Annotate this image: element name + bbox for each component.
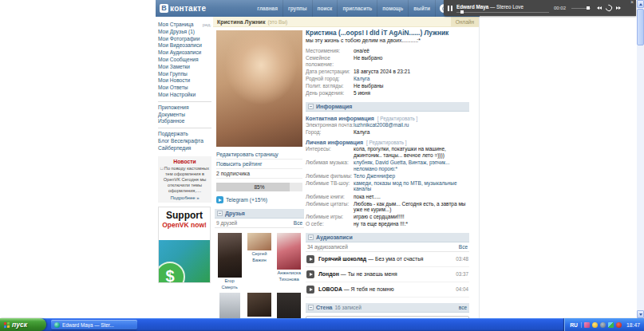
personal-info-edit-link[interactable]: [ Редактировать ] [366, 140, 407, 145]
sidebar-item-my-notes[interactable]: Мои Заметки [158, 64, 211, 71]
music-links[interactable]: клубняк, David Guetta, Винтаж, рэпчик...… [354, 160, 469, 171]
sidebar-item-my-answers[interactable]: Мои Ответы [158, 85, 211, 92]
player-volume-slider[interactable] [571, 8, 591, 9]
friends-count: 9 друзей [216, 220, 237, 226]
sidebar-item-blog[interactable]: Блог Веселкрафта [158, 138, 211, 145]
play-icon[interactable] [306, 255, 314, 263]
audios-all-link[interactable]: Все [459, 244, 468, 250]
track-duration: 03:37 [456, 271, 468, 277]
taskbar: пуск Edward Maya — Ster... RU 18:47 [0, 318, 644, 331]
menu-item-invite[interactable]: пригласить [338, 0, 377, 17]
sidebar-edit-link[interactable]: ред. [203, 22, 211, 27]
tv-shows-links[interactable]: камеди, показы мод по МТВ, музыкальные к… [354, 180, 469, 192]
friends-all-link[interactable]: Все [294, 220, 302, 226]
collapse-icon[interactable] [308, 234, 314, 240]
wall-count: 16 записей [335, 305, 362, 310]
sidebar-item-my-photos[interactable]: Мои Фотографии [158, 36, 211, 43]
books-value: пока нет..... [354, 194, 381, 200]
previous-track-icon[interactable] [597, 6, 602, 10]
audio-track-row: Лондон — Ты не знаешь меня 03:37 [306, 267, 469, 282]
scroll-down-icon[interactable] [637, 310, 644, 318]
play-icon[interactable] [306, 270, 314, 278]
profile-status[interactable]: мы эту жизнь с тобою делим на двоих.....… [306, 37, 469, 43]
collapse-icon[interactable] [308, 305, 314, 310]
sidebar-item-documents[interactable]: Документы [158, 112, 211, 119]
scrollbar[interactable] [637, 0, 644, 318]
about-value: ну та еще вредина !!!:* [354, 221, 408, 227]
banner-text: Support OpenVK now! [159, 207, 210, 240]
sidebar-item-apps[interactable]: Приложения [158, 104, 211, 112]
page-body: Кристина Лужник (это Вы) Онлайн Моя Стра… [156, 17, 480, 318]
sidebar-item-my-groups[interactable]: Мои Группы [158, 71, 211, 78]
contact-info-edit-link[interactable]: [ Редактировать ] [377, 116, 418, 121]
menu-item-search[interactable]: поиск [313, 0, 338, 17]
menu-item-groups[interactable]: группы [283, 0, 313, 17]
sidebar-item-donate[interactable]: Поддержать [158, 131, 211, 138]
sidebar-item-cyberpedia[interactable]: Сайберпедия [158, 145, 211, 152]
profile-name-bar: Кристина Лужник (это Вы) Онлайн [213, 17, 479, 27]
volume-handle[interactable] [587, 6, 590, 10]
sidebar-item-favorites[interactable]: Избранное [158, 118, 211, 125]
friend-photo [277, 233, 301, 270]
sidebar-item-my-messages[interactable]: Мои Сообщения [158, 57, 211, 64]
city-value: Калуга [354, 129, 369, 136]
news-more-link[interactable]: Подробнее » [160, 195, 210, 200]
next-track-icon[interactable] [616, 6, 621, 10]
vk-logo[interactable]: В контакте [160, 4, 206, 13]
profile-completeness-bar: 85% [216, 183, 302, 191]
friend-photo [247, 293, 271, 317]
tray-network-icon[interactable] [608, 322, 614, 328]
sidebar-item-my-news[interactable]: Мои Новости [158, 77, 211, 85]
sidebar-item-my-settings[interactable]: Мои Настройки [158, 92, 211, 99]
player-time: 00:02 [554, 6, 566, 10]
language-indicator[interactable]: RU [570, 322, 582, 328]
sidebar-item-my-friends[interactable]: Мои Друзья (1) [158, 29, 211, 36]
collapse-icon[interactable] [308, 104, 314, 109]
tray-volume-icon[interactable] [600, 322, 606, 328]
player-progress-bar[interactable] [456, 12, 549, 13]
sidebar-item-my-page[interactable]: Моя Страница [158, 22, 194, 29]
friend-card[interactable]: Егор Смерть [215, 233, 244, 290]
information-section-header: Информация [306, 102, 469, 112]
news-text: □ По поводу кастомных тем оформления в O… [160, 166, 210, 194]
sidebar-item-my-audios[interactable]: Мои Аудиозаписи [158, 49, 211, 57]
windows-flag-icon [4, 321, 10, 328]
edit-page-link[interactable]: Редактировать страницу [216, 150, 302, 160]
hometown-link[interactable]: Калуга [354, 76, 369, 82]
boost-rating-link[interactable]: Повысить рейтинг [216, 160, 302, 169]
wall-section-header: Стена 16 записей все [306, 303, 469, 313]
email-link[interactable]: luzhnikcat2008@mail.ru [354, 122, 409, 128]
openvk-support-banner[interactable]: Support OpenVK now! $ [158, 207, 211, 283]
repeat-icon[interactable] [604, 3, 613, 12]
player-close-icon[interactable]: × [630, 0, 634, 5]
scroll-up-icon[interactable] [637, 0, 644, 8]
telegram-link[interactable]: Telegram (+15%) [226, 197, 267, 203]
wall-all-link[interactable]: все [459, 305, 467, 310]
friend-card[interactable]: Сергей Бажин [244, 233, 274, 290]
collapse-icon[interactable] [217, 211, 223, 216]
friend-card[interactable]: Анжелиска Тихонова [275, 233, 304, 290]
audios-title: Аудиозаписи [316, 234, 353, 240]
player-track-title: Edward Maya — Stereo Love [456, 4, 549, 10]
start-button[interactable]: пуск [0, 318, 46, 331]
profile-photo[interactable] [216, 30, 302, 147]
tray-pen-icon[interactable] [584, 322, 590, 328]
pronouns-value: она/её [354, 48, 369, 54]
vk-page: В контакте главная группы поиск пригласи… [156, 0, 480, 318]
progress-handle[interactable] [460, 10, 464, 14]
wall-title: Стена [316, 305, 333, 310]
tray-shield-icon[interactable] [592, 322, 598, 328]
menu-item-home[interactable]: главная [252, 0, 283, 17]
scrollbar-thumb[interactable] [637, 9, 644, 45]
birthday-value: 5 июня [354, 90, 370, 97]
progress-label: 85% [216, 183, 302, 191]
movies-links[interactable]: Тело Дженнифер [354, 173, 395, 179]
taskbar-window-button[interactable]: Edward Maya — Ster... [51, 320, 137, 329]
pause-icon[interactable] [448, 6, 452, 11]
audios-section-header: Аудиозаписи [306, 233, 469, 242]
menu-item-help[interactable]: помощь [377, 0, 409, 17]
sidebar-item-my-videos[interactable]: Мои Видеозаписи [158, 42, 211, 49]
tray-alert-icon[interactable] [616, 322, 622, 328]
menu-item-logout[interactable]: выйти [409, 0, 436, 17]
play-icon[interactable] [306, 286, 314, 294]
